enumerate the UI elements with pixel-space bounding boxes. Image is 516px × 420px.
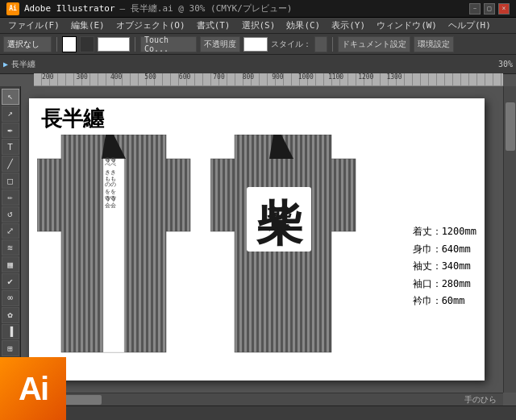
doc-settings-btn[interactable]: ドキュメント設定 bbox=[338, 36, 410, 52]
rect-tool[interactable]: □ bbox=[2, 173, 19, 189]
menu-file[interactable]: ファイル(F) bbox=[3, 18, 64, 33]
blend-tool[interactable]: ∞ bbox=[2, 290, 19, 306]
status-bar: 手のひら bbox=[0, 405, 516, 420]
warp-tool[interactable]: ≋ bbox=[2, 239, 19, 256]
title-text: Adobe Illustrator bbox=[24, 3, 115, 14]
paintbrush-tool[interactable]: ✏ bbox=[2, 189, 19, 206]
garment-right-svg: 柴 鷲 bbox=[210, 135, 364, 360]
artboard-tool[interactable]: ⊞ bbox=[2, 340, 19, 356]
sep1 bbox=[56, 37, 57, 52]
ai-logo-large: Ai bbox=[0, 357, 66, 420]
gradient-tool[interactable]: ▦ bbox=[2, 256, 19, 272]
fill-color[interactable] bbox=[80, 36, 94, 52]
select-tool[interactable]: ↖ bbox=[2, 89, 19, 105]
artboard-label: 手のひら bbox=[464, 394, 497, 405]
maximize-button[interactable]: □ bbox=[484, 3, 495, 15]
touch-color-btn[interactable]: Touch Co... bbox=[140, 36, 197, 52]
garment-left-svg: 守るべきものを守る会 守るべきものを守る会 bbox=[37, 135, 198, 360]
canvas-area: 長半纏 bbox=[21, 86, 503, 393]
scale-tool[interactable]: ⤢ bbox=[2, 223, 19, 239]
select-tool-btn[interactable]: 選択なし bbox=[3, 36, 52, 52]
menu-object[interactable]: オブジェクト(O) bbox=[111, 18, 190, 33]
rotate-tool[interactable]: ↺ bbox=[2, 206, 19, 222]
direct-select-tool[interactable]: ↗ bbox=[2, 106, 19, 122]
breadcrumb-name: 長半纏 bbox=[11, 59, 35, 70]
document-title: 長半纏 bbox=[41, 105, 104, 133]
stroke-width[interactable] bbox=[98, 37, 130, 52]
env-settings-btn[interactable]: 環境設定 bbox=[414, 36, 454, 52]
garment-right: 柴 鷲 bbox=[210, 135, 364, 360]
measurements-block: 着丈：1200mm 身巾：640mm 袖丈：340mm 袖口：280mm 衿巾：… bbox=[413, 223, 476, 310]
opacity-input[interactable] bbox=[243, 37, 268, 52]
stroke-color[interactable] bbox=[62, 36, 77, 52]
type-tool[interactable]: T bbox=[2, 139, 19, 155]
menu-help[interactable]: ヘルプ(H) bbox=[443, 18, 496, 33]
toolbar-secondary: ▶ 長半纏 30% bbox=[0, 55, 516, 74]
measure-5: 衿巾：60mm bbox=[413, 293, 476, 310]
line-tool[interactable]: ╱ bbox=[2, 156, 19, 172]
sep2 bbox=[135, 37, 135, 52]
title-file: — 長半纏.ai @ 30% (CMYK/プレビュー) bbox=[120, 2, 293, 15]
menu-edit[interactable]: 編集(E) bbox=[66, 18, 110, 33]
toolbar-primary: 選択なし Touch Co... 不透明度 スタイル： ドキュメント設定 環境設… bbox=[0, 34, 516, 55]
scrollbar-vertical[interactable] bbox=[503, 86, 516, 393]
symbol-tool[interactable]: ✿ bbox=[2, 307, 19, 323]
scroll-thumb-v[interactable] bbox=[506, 102, 515, 151]
menu-select[interactable]: 選択(S) bbox=[237, 18, 281, 33]
eyedropper-tool[interactable]: ✔ bbox=[2, 273, 19, 289]
menu-format[interactable]: 書式(T) bbox=[192, 18, 235, 33]
column-graph-tool[interactable]: ▐ bbox=[2, 324, 19, 340]
scrollbar-horizontal[interactable]: 手のひら bbox=[21, 393, 503, 405]
measure-1: 着丈：1200mm bbox=[413, 223, 476, 241]
menu-bar: ファイル(F) 編集(E) オブジェクト(O) 書式(T) 選択(S) 効果(C… bbox=[0, 18, 516, 34]
zoom-label: 30% bbox=[498, 60, 513, 69]
svg-text:鷲: 鷲 bbox=[267, 206, 292, 232]
sep3 bbox=[332, 37, 333, 52]
artboard: 長半纏 bbox=[29, 98, 485, 380]
tools-panel: ↖ ↗ ✒ T ╱ □ ✏ ↺ ⤢ ≋ ▦ ✔ ∞ ✿ ▐ ⊞ ✋ 🔍 bbox=[0, 86, 21, 393]
ai-logo-title: Ai bbox=[6, 2, 19, 15]
menu-effect[interactable]: 効果(C) bbox=[281, 18, 325, 33]
style-label: スタイル： bbox=[271, 39, 311, 50]
ruler-horizontal: 200 300 400 500 600 700 800 900 1000 110… bbox=[34, 73, 503, 86]
garment-left: 守るべきものを守る会 守るべきものを守る会 bbox=[37, 135, 198, 360]
opacity-btn[interactable]: 不透明度 bbox=[200, 36, 240, 52]
close-button[interactable]: × bbox=[498, 3, 510, 15]
measure-4: 袖口：280mm bbox=[413, 276, 476, 293]
pen-tool[interactable]: ✒ bbox=[2, 123, 19, 139]
breadcrumb-label: ▶ bbox=[3, 60, 8, 69]
title-bar: Ai Adobe Illustrator — 長半纏.ai @ 30% (CMY… bbox=[0, 0, 516, 18]
menu-view[interactable]: 表示(Y) bbox=[327, 18, 370, 33]
menu-window[interactable]: ウィンドウ(W) bbox=[372, 18, 442, 33]
measure-3: 袖丈：340mm bbox=[413, 258, 476, 276]
minimize-button[interactable]: － bbox=[469, 3, 481, 15]
measure-2: 身巾：640mm bbox=[413, 241, 476, 259]
window-controls[interactable]: － □ × bbox=[469, 3, 510, 15]
titlebar-left: Ai Adobe Illustrator — 長半纏.ai @ 30% (CMY… bbox=[6, 2, 292, 15]
ai-logo-text: Ai bbox=[19, 371, 48, 407]
style-btn[interactable] bbox=[314, 36, 327, 52]
